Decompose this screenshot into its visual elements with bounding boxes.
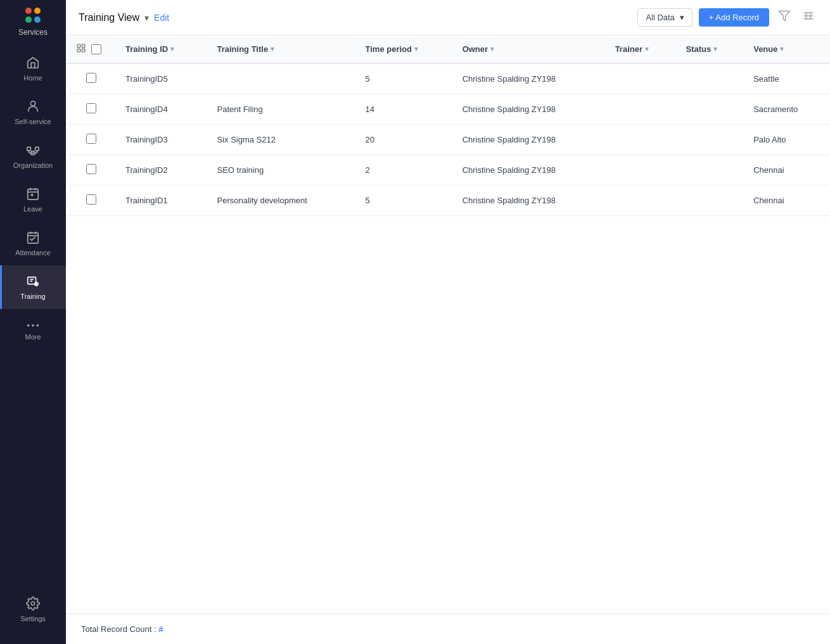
th-time-period-sort-icon: ▾ — [414, 45, 418, 53]
header-right: All Data ▾ + Add Record — [637, 7, 817, 28]
row-checkbox-0[interactable] — [86, 73, 96, 83]
th-trainer-sort-icon: ▾ — [645, 45, 649, 53]
footer: Total Record Count : # — [66, 614, 830, 644]
svg-point-22 — [27, 324, 30, 327]
dropdown-chevron-icon: ▾ — [680, 13, 684, 22]
record-count-value: # — [158, 624, 163, 634]
cell-time-period: 14 — [357, 94, 454, 125]
all-data-dropdown[interactable]: All Data ▾ — [637, 8, 693, 27]
th-training-title[interactable]: Training Title ▾ — [208, 35, 356, 63]
cell-status — [677, 94, 744, 125]
svg-marker-26 — [779, 11, 790, 21]
row-checkbox-cell — [66, 155, 117, 186]
cell-venue: Chennai — [744, 155, 830, 186]
sidebar-item-attendance[interactable]: Attendance — [0, 222, 66, 265]
leave-label: Leave — [23, 205, 42, 213]
cell-status — [677, 125, 744, 155]
sidebar-bottom: Settings — [0, 588, 66, 644]
sidebar-item-home[interactable]: Home — [0, 47, 66, 91]
home-icon — [26, 56, 40, 72]
attendance-icon — [26, 230, 40, 246]
training-icon — [26, 274, 40, 290]
table-row[interactable]: TrainingID5 5 Christine Spalding ZY198 S… — [66, 63, 830, 94]
cell-training-id: TrainingID2 — [117, 155, 208, 186]
cell-owner: Christine Spalding ZY198 — [454, 186, 606, 216]
cell-training-title: Six Sigma S212 — [208, 125, 356, 155]
cell-training-title: Patent Filing — [208, 94, 356, 125]
dot-red — [25, 8, 32, 14]
settings-label: Settings — [20, 615, 46, 622]
add-record-button[interactable]: + Add Record — [699, 8, 769, 27]
column-toggle-icon[interactable] — [76, 43, 86, 55]
table-body: TrainingID5 5 Christine Spalding ZY198 S… — [66, 63, 830, 216]
cell-training-title: Personality development — [208, 186, 356, 216]
cell-venue: Sacramento — [744, 94, 830, 125]
row-checkbox-1[interactable] — [86, 103, 96, 113]
table-row[interactable]: TrainingID3 Six Sigma S212 20 Christine … — [66, 125, 830, 155]
svg-point-24 — [37, 324, 39, 327]
more-icon — [26, 318, 40, 331]
columns-icon-button[interactable] — [800, 7, 817, 28]
cell-owner: Christine Spalding ZY198 — [454, 94, 606, 125]
organization-icon — [26, 143, 40, 159]
th-trainer[interactable]: Trainer ▾ — [606, 35, 677, 63]
th-time-period[interactable]: Time period ▾ — [357, 35, 454, 63]
sidebar-item-settings[interactable]: Settings — [0, 588, 66, 631]
leave-icon — [26, 187, 40, 203]
sidebar-item-leave[interactable]: Leave — [0, 178, 66, 222]
cell-owner: Christine Spalding ZY198 — [454, 63, 606, 94]
th-owner[interactable]: Owner ▾ — [454, 35, 606, 63]
th-training-id[interactable]: Training ID ▾ — [117, 35, 208, 63]
self-service-icon — [26, 99, 40, 115]
table-row[interactable]: TrainingID4 Patent Filing 14 Christine S… — [66, 94, 830, 125]
th-actions — [66, 35, 117, 63]
sidebar-item-more[interactable]: More — [0, 309, 66, 350]
cell-status — [677, 155, 744, 186]
page-title: Training View — [79, 12, 139, 23]
sidebar-item-self-service[interactable]: Self-service — [0, 91, 66, 134]
cell-training-id: TrainingID4 — [117, 94, 208, 125]
sidebar-item-organization[interactable]: Organization — [0, 134, 66, 178]
row-checkbox-4[interactable] — [86, 194, 96, 205]
th-status[interactable]: Status ▾ — [677, 35, 744, 63]
cell-venue: Seattle — [744, 63, 830, 94]
sidebar-item-training[interactable]: Training — [0, 265, 66, 309]
edit-link[interactable]: Edit — [154, 13, 169, 23]
svg-rect-12 — [28, 233, 39, 244]
organization-label: Organization — [13, 161, 53, 169]
table-row[interactable]: TrainingID1 Personality development 5 Ch… — [66, 186, 830, 216]
row-checkbox-3[interactable] — [86, 164, 96, 174]
svg-rect-32 — [77, 49, 80, 52]
active-indicator — [0, 265, 2, 309]
cell-time-period: 5 — [357, 63, 454, 94]
svg-rect-1 — [27, 147, 31, 151]
cell-training-id: TrainingID5 — [117, 63, 208, 94]
sidebar: Services Home Self-service — [0, 0, 66, 644]
record-count-label: Total Record Count : — [81, 624, 156, 634]
svg-rect-2 — [35, 147, 39, 151]
row-checkbox-cell — [66, 125, 117, 155]
dot-green — [25, 16, 32, 23]
row-checkbox-cell — [66, 94, 117, 125]
cell-time-period: 2 — [357, 155, 454, 186]
cell-time-period: 20 — [357, 125, 454, 155]
sidebar-logo-area: Services — [0, 0, 66, 42]
th-venue[interactable]: Venue ▾ — [744, 35, 830, 63]
cell-status — [677, 63, 744, 94]
cell-trainer — [606, 125, 677, 155]
more-label: More — [25, 333, 41, 341]
table-row[interactable]: TrainingID2 SEO training 2 Christine Spa… — [66, 155, 830, 186]
all-data-label: All Data — [646, 13, 675, 22]
cell-owner: Christine Spalding ZY198 — [454, 125, 606, 155]
cell-venue: Chennai — [744, 186, 830, 216]
select-all-checkbox[interactable] — [91, 44, 101, 54]
main-content: Training View ▾ Edit All Data ▾ + Add Re… — [66, 0, 830, 644]
filter-icon-button[interactable] — [776, 7, 793, 28]
svg-point-23 — [32, 324, 34, 327]
cell-training-title: SEO training — [208, 155, 356, 186]
cell-training-id: TrainingID1 — [117, 186, 208, 216]
cell-trainer — [606, 94, 677, 125]
cell-status — [677, 186, 744, 216]
logo-dots — [25, 8, 41, 23]
row-checkbox-2[interactable] — [86, 134, 96, 144]
